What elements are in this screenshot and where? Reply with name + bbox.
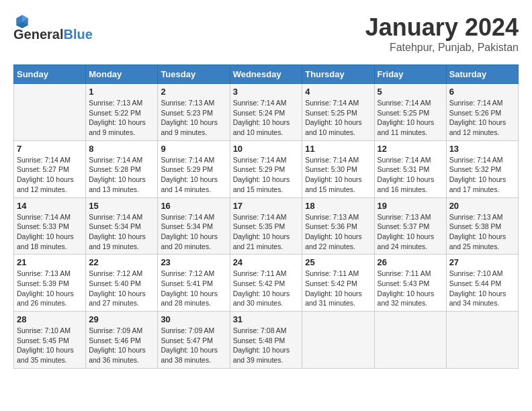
day-number: 4 [305,87,371,97]
calendar-cell [374,312,446,369]
calendar-cell: 3Sunrise: 7:14 AM Sunset: 5:24 PM Daylig… [230,84,302,141]
cell-text: Sunrise: 7:10 AM Sunset: 5:44 PM Dayligh… [449,269,515,308]
day-number: 2 [161,87,226,97]
cell-text: Sunrise: 7:14 AM Sunset: 5:29 PM Dayligh… [161,155,226,195]
cell-text: Sunrise: 7:14 AM Sunset: 5:31 PM Dayligh… [378,155,443,195]
calendar-cell: 12Sunrise: 7:14 AM Sunset: 5:31 PM Dayli… [374,140,446,197]
day-number: 20 [449,201,515,211]
day-number: 12 [378,144,443,154]
cell-text: Sunrise: 7:14 AM Sunset: 5:27 PM Dayligh… [17,155,83,195]
header-wednesday: Wednesday [230,65,302,84]
day-number: 28 [17,314,83,324]
calendar-cell: 18Sunrise: 7:13 AM Sunset: 5:36 PM Dayli… [302,197,374,255]
calendar-cell: 16Sunrise: 7:14 AM Sunset: 5:34 PM Dayli… [158,197,230,255]
day-number: 24 [233,257,300,267]
calendar-cell: 8Sunrise: 7:14 AM Sunset: 5:28 PM Daylig… [86,140,158,197]
cell-text: Sunrise: 7:14 AM Sunset: 5:33 PM Dayligh… [17,212,83,252]
calendar-cell: 15Sunrise: 7:14 AM Sunset: 5:34 PM Dayli… [86,197,158,255]
cell-text: Sunrise: 7:11 AM Sunset: 5:42 PM Dayligh… [233,269,300,308]
cell-text: Sunrise: 7:13 AM Sunset: 5:22 PM Dayligh… [89,98,154,138]
cell-text: Sunrise: 7:14 AM Sunset: 5:34 PM Dayligh… [89,212,154,252]
cell-text: Sunrise: 7:13 AM Sunset: 5:38 PM Dayligh… [449,212,515,252]
week-row-3: 14Sunrise: 7:14 AM Sunset: 5:33 PM Dayli… [14,197,519,255]
header-tuesday: Tuesday [158,65,230,84]
cell-text: Sunrise: 7:13 AM Sunset: 5:39 PM Dayligh… [17,269,83,308]
header-thursday: Thursday [302,65,374,84]
cell-text: Sunrise: 7:14 AM Sunset: 5:35 PM Dayligh… [233,212,300,252]
cell-text: Sunrise: 7:13 AM Sunset: 5:37 PM Dayligh… [378,212,443,252]
calendar-cell [446,312,518,369]
logo: General Blue [13,13,93,42]
calendar-cell: 1Sunrise: 7:13 AM Sunset: 5:22 PM Daylig… [86,84,158,141]
calendar-cell: 24Sunrise: 7:11 AM Sunset: 5:42 PM Dayli… [230,255,302,312]
week-row-1: 1Sunrise: 7:13 AM Sunset: 5:22 PM Daylig… [14,84,519,141]
calendar-cell: 30Sunrise: 7:09 AM Sunset: 5:47 PM Dayli… [158,312,230,369]
header-sunday: Sunday [14,65,86,84]
cell-text: Sunrise: 7:14 AM Sunset: 5:29 PM Dayligh… [233,155,300,195]
calendar-cell: 29Sunrise: 7:09 AM Sunset: 5:46 PM Dayli… [86,312,158,369]
cell-text: Sunrise: 7:14 AM Sunset: 5:28 PM Dayligh… [89,155,154,195]
week-row-5: 28Sunrise: 7:10 AM Sunset: 5:45 PM Dayli… [14,312,519,369]
cell-text: Sunrise: 7:14 AM Sunset: 5:32 PM Dayligh… [449,155,515,195]
day-number: 30 [161,314,226,324]
calendar-cell: 5Sunrise: 7:14 AM Sunset: 5:25 PM Daylig… [374,84,446,141]
calendar-cell: 21Sunrise: 7:13 AM Sunset: 5:39 PM Dayli… [14,255,86,312]
calendar-cell: 28Sunrise: 7:10 AM Sunset: 5:45 PM Dayli… [14,312,86,369]
calendar-cell: 19Sunrise: 7:13 AM Sunset: 5:37 PM Dayli… [374,197,446,255]
calendar-cell: 17Sunrise: 7:14 AM Sunset: 5:35 PM Dayli… [230,197,302,255]
cell-text: Sunrise: 7:10 AM Sunset: 5:45 PM Dayligh… [17,326,83,365]
day-number: 13 [449,144,515,154]
title-block: January 2024 Fatehpur, Punjab, Pakistan [365,13,519,54]
header-monday: Monday [86,65,158,84]
calendar-cell: 9Sunrise: 7:14 AM Sunset: 5:29 PM Daylig… [158,140,230,197]
day-number: 14 [17,201,83,211]
page-title: January 2024 [365,13,519,42]
calendar-table: SundayMondayTuesdayWednesdayThursdayFrid… [13,64,519,369]
calendar-cell: 31Sunrise: 7:08 AM Sunset: 5:48 PM Dayli… [230,312,302,369]
day-number: 8 [89,144,154,154]
page-subtitle: Fatehpur, Punjab, Pakistan [365,42,519,54]
calendar-cell [302,312,374,369]
calendar-cell: 23Sunrise: 7:12 AM Sunset: 5:41 PM Dayli… [158,255,230,312]
generalblue-icon [15,13,30,28]
day-number: 7 [17,144,83,154]
day-number: 6 [449,87,515,97]
calendar-cell: 22Sunrise: 7:12 AM Sunset: 5:40 PM Dayli… [86,255,158,312]
day-number: 5 [378,87,443,97]
calendar-cell: 4Sunrise: 7:14 AM Sunset: 5:25 PM Daylig… [302,84,374,141]
day-number: 9 [161,144,226,154]
day-number: 16 [161,201,226,211]
day-number: 15 [89,201,154,211]
day-number: 25 [305,257,371,267]
cell-text: Sunrise: 7:11 AM Sunset: 5:43 PM Dayligh… [378,269,443,308]
day-number: 19 [378,201,443,211]
day-number: 21 [17,257,83,267]
calendar-cell [14,84,86,141]
header-friday: Friday [374,65,446,84]
calendar-cell: 27Sunrise: 7:10 AM Sunset: 5:44 PM Dayli… [446,255,518,312]
cell-text: Sunrise: 7:08 AM Sunset: 5:48 PM Dayligh… [233,326,300,365]
calendar-cell: 2Sunrise: 7:13 AM Sunset: 5:23 PM Daylig… [158,84,230,141]
calendar-cell: 10Sunrise: 7:14 AM Sunset: 5:29 PM Dayli… [230,140,302,197]
day-number: 29 [89,314,154,324]
calendar-cell: 25Sunrise: 7:11 AM Sunset: 5:42 PM Dayli… [302,255,374,312]
day-number: 10 [233,144,300,154]
logo-blue: Blue [63,27,92,42]
day-number: 31 [233,314,300,324]
cell-text: Sunrise: 7:14 AM Sunset: 5:34 PM Dayligh… [161,212,226,252]
cell-text: Sunrise: 7:14 AM Sunset: 5:25 PM Dayligh… [305,98,371,138]
week-row-4: 21Sunrise: 7:13 AM Sunset: 5:39 PM Dayli… [14,255,519,312]
cell-text: Sunrise: 7:12 AM Sunset: 5:41 PM Dayligh… [161,269,226,308]
calendar-cell: 26Sunrise: 7:11 AM Sunset: 5:43 PM Dayli… [374,255,446,312]
header-saturday: Saturday [446,65,518,84]
cell-text: Sunrise: 7:14 AM Sunset: 5:24 PM Dayligh… [233,98,300,138]
calendar-cell: 14Sunrise: 7:14 AM Sunset: 5:33 PM Dayli… [14,197,86,255]
week-row-2: 7Sunrise: 7:14 AM Sunset: 5:27 PM Daylig… [14,140,519,197]
cell-text: Sunrise: 7:12 AM Sunset: 5:40 PM Dayligh… [89,269,154,308]
day-number: 23 [161,257,226,267]
day-number: 18 [305,201,371,211]
calendar-cell: 7Sunrise: 7:14 AM Sunset: 5:27 PM Daylig… [14,140,86,197]
cell-text: Sunrise: 7:13 AM Sunset: 5:23 PM Dayligh… [161,98,226,138]
day-number: 22 [89,257,154,267]
day-number: 1 [89,87,154,97]
